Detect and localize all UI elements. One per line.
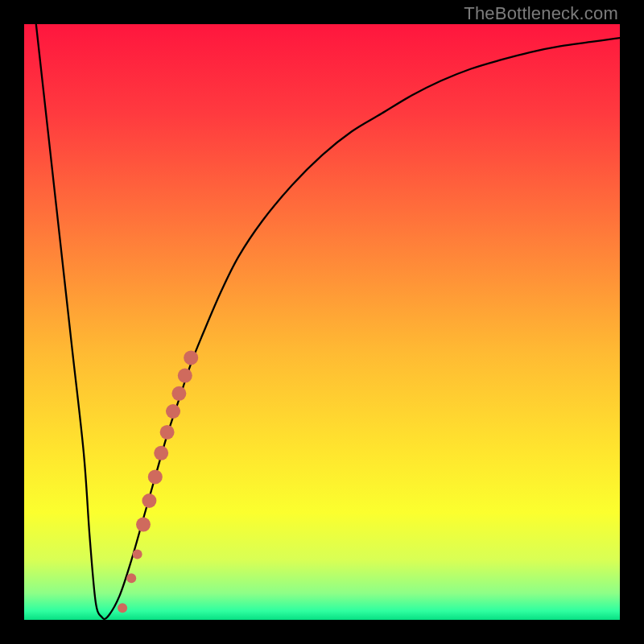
scatter-point <box>160 425 175 440</box>
scatter-point <box>184 350 198 365</box>
scatter-point <box>126 573 136 583</box>
watermark-text: TheBottleneck.com <box>464 3 618 24</box>
scatter-points <box>118 350 198 613</box>
scatter-point <box>148 469 163 484</box>
scatter-point <box>154 446 168 460</box>
chart-frame: TheBottleneck.com <box>0 0 644 644</box>
scatter-point <box>136 518 151 532</box>
bottleneck-curve <box>36 24 620 619</box>
scatter-point <box>178 369 192 383</box>
curve-layer <box>24 24 620 620</box>
scatter-point <box>171 386 186 401</box>
scatter-point <box>118 603 127 613</box>
scatter-point <box>142 493 156 508</box>
scatter-point <box>166 404 180 419</box>
plot-area <box>24 24 620 620</box>
scatter-point <box>133 550 142 559</box>
